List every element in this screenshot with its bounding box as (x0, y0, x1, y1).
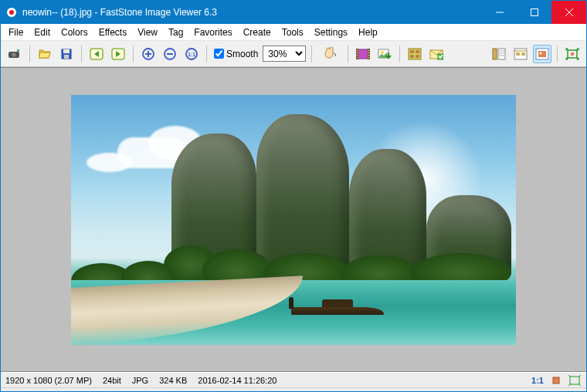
svg-rect-41 (493, 49, 497, 59)
zoom-select[interactable]: 30% (263, 46, 306, 62)
ratio-1-1-button[interactable]: 1:1 (531, 374, 545, 387)
toolbar-separator (399, 46, 400, 63)
svg-rect-36 (416, 50, 419, 53)
svg-rect-8 (17, 49, 19, 52)
smooth-label: Smooth (226, 49, 258, 59)
svg-rect-29 (368, 52, 369, 53)
toolbar-separator (81, 46, 82, 63)
svg-rect-38 (416, 55, 419, 58)
slideshow-button[interactable] (354, 45, 372, 63)
svg-rect-49 (521, 52, 525, 56)
menubar: File Edit Colors Effects View Tag Favori… (1, 24, 586, 41)
open-file-button[interactable] (36, 45, 54, 63)
menu-settings[interactable]: Settings (310, 25, 352, 39)
svg-point-52 (540, 52, 542, 54)
toolbar: 1:1 Smooth 30% (1, 41, 586, 67)
status-datetime: 2016-02-14 11:26:20 (198, 376, 277, 385)
svg-rect-21 (357, 49, 369, 59)
svg-rect-35 (410, 50, 414, 53)
status-depth: 24bit (103, 376, 121, 385)
email-button[interactable] (427, 45, 446, 63)
next-button[interactable] (109, 45, 127, 63)
svg-rect-37 (410, 55, 414, 58)
window-controls (482, 1, 586, 24)
svg-point-1 (9, 10, 14, 15)
svg-rect-28 (368, 50, 369, 51)
svg-rect-56 (570, 377, 579, 384)
status-format: JPG (132, 376, 148, 385)
fit-window-small-button[interactable] (568, 374, 582, 387)
window-title: neowin-- (18).jpg - FastStone Image View… (22, 7, 482, 18)
svg-rect-26 (357, 55, 358, 56)
smooth-checkbox-input[interactable] (214, 49, 224, 59)
menu-favorites[interactable]: Favorites (189, 25, 236, 39)
image-viewport[interactable] (1, 67, 586, 372)
fit-image-small-button[interactable] (549, 374, 563, 387)
acquire-scanner-button[interactable] (5, 45, 24, 63)
toolbar-separator (206, 46, 207, 63)
browser-view-button[interactable] (490, 45, 508, 63)
toolbar-separator (133, 46, 134, 63)
svg-rect-31 (368, 57, 369, 58)
toolbar-separator (557, 46, 558, 63)
svg-text:1:1: 1:1 (188, 52, 195, 57)
maximize-button[interactable] (517, 1, 551, 24)
menu-edit[interactable]: Edit (29, 25, 55, 39)
displayed-image (71, 95, 516, 345)
save-button[interactable] (57, 45, 76, 63)
minimize-button[interactable] (482, 1, 517, 24)
menu-tag[interactable]: Tag (164, 25, 188, 39)
svg-rect-42 (498, 49, 505, 59)
actual-size-button[interactable]: 1:1 (182, 45, 201, 63)
titlebar: neowin-- (18).jpg - FastStone Image View… (1, 1, 586, 24)
svg-point-33 (381, 51, 384, 54)
menu-effects[interactable]: Effects (94, 25, 131, 39)
svg-rect-54 (571, 52, 574, 56)
status-filesize: 324 KB (159, 376, 187, 385)
toolbar-separator (311, 46, 312, 63)
hand-tool-button[interactable] (317, 45, 342, 63)
status-bar-file: neowin-- (18).jpg [ 19 / 32 ] (1, 387, 586, 392)
svg-rect-30 (368, 55, 369, 56)
svg-rect-25 (357, 52, 358, 53)
menu-help[interactable]: Help (354, 25, 382, 39)
svg-rect-11 (64, 55, 69, 59)
svg-rect-27 (357, 57, 358, 58)
toolbar-separator (29, 46, 30, 63)
menu-create[interactable]: Create (239, 25, 276, 39)
close-button[interactable] (551, 1, 586, 24)
zoom-out-button[interactable] (161, 45, 179, 63)
status-bar-info: 1920 x 1080 (2.07 MP) 24bit JPG 324 KB 2… (1, 372, 586, 387)
toolbar-separator (348, 46, 348, 63)
app-icon (5, 6, 18, 19)
windowed-view-button[interactable] (511, 45, 530, 63)
menu-tools[interactable]: Tools (277, 25, 308, 39)
slideshow-builder-button[interactable] (375, 45, 394, 63)
svg-rect-3 (531, 9, 538, 16)
svg-rect-10 (63, 49, 70, 53)
smooth-checkbox[interactable]: Smooth (212, 49, 260, 59)
svg-point-7 (12, 52, 16, 56)
fit-window-button[interactable] (563, 45, 582, 63)
svg-rect-55 (553, 377, 559, 384)
zoom-in-button[interactable] (139, 45, 158, 63)
menu-view[interactable]: View (133, 25, 162, 39)
svg-rect-48 (516, 52, 520, 56)
fullscreen-view-button[interactable] (533, 45, 551, 63)
status-dimensions: 1920 x 1080 (2.07 MP) (5, 376, 92, 385)
menu-file[interactable]: File (4, 25, 28, 39)
svg-rect-51 (538, 51, 546, 57)
compare-images-button[interactable] (405, 45, 424, 63)
previous-button[interactable] (87, 45, 106, 63)
menu-colors[interactable]: Colors (56, 25, 93, 39)
svg-rect-24 (357, 50, 358, 51)
